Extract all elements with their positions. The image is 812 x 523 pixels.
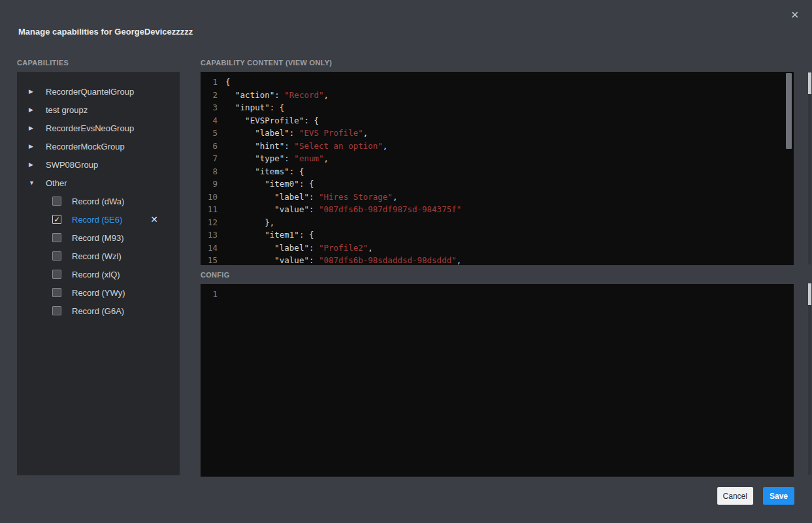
chevron-down-icon[interactable]: ▼	[29, 180, 46, 186]
code-line: 6 "hint": "Select an option",	[201, 140, 794, 153]
capability-tree: ▶RecorderQuantelGroup▶test groupz▶Record…	[17, 72, 180, 475]
right-scrollbar-config[interactable]	[808, 283, 811, 475]
dialog-footer: Cancel Save	[717, 487, 794, 505]
code-text: "EVSProfile": {	[218, 114, 319, 127]
code-line: 13 "item1": {	[201, 229, 794, 242]
tree-group-swp08group[interactable]: ▶SWP08Group	[17, 155, 180, 174]
code-lines: 1{2 "action": "Record",3 "input": {4 "EV…	[201, 72, 794, 265]
tree-group-label: RecorderEvsNeoGroup	[46, 123, 134, 133]
code-line: 1{	[201, 76, 794, 89]
capability-item-label: Record (5E6)	[72, 215, 122, 225]
tree-group-recorderquantelgroup[interactable]: ▶RecorderQuantelGroup	[17, 82, 180, 101]
code-line: 1	[201, 288, 794, 301]
capability-item-record-dwa[interactable]: Record (dWa)	[17, 192, 180, 210]
capability-item-record-m93[interactable]: Record (M93)	[17, 229, 180, 247]
code-text: "value": "087dfs6b-98sdaddsd-98dsddd",	[218, 254, 461, 265]
code-line: 5 "label": "EVS Profile",	[201, 127, 794, 140]
code-text: "label": "Profile2",	[218, 242, 373, 255]
tree-group-label: RecorderMockGroup	[46, 142, 125, 151]
code-text: "action": "Record",	[218, 89, 329, 102]
chevron-right-icon[interactable]: ▶	[29, 143, 46, 150]
code-line: 8 "items": {	[201, 165, 794, 178]
config-editor[interactable]: 1	[201, 284, 794, 477]
line-number: 2	[201, 89, 218, 102]
capability-item-record-xlq[interactable]: Record (xlQ)	[17, 265, 180, 283]
chevron-right-icon[interactable]: ▶	[29, 161, 46, 168]
code-text: "label": "Hires Storage",	[218, 191, 397, 204]
code-line: 3 "input": {	[201, 101, 794, 114]
line-number: 3	[201, 101, 218, 114]
capability-item-record-g6a[interactable]: Record (G6A)	[17, 302, 180, 320]
config-header: CONFIG	[201, 271, 794, 279]
scrollbar-thumb[interactable]	[808, 283, 811, 305]
capability-item-label: Record (M93)	[72, 233, 123, 243]
line-number: 7	[201, 152, 218, 165]
line-number: 14	[201, 242, 218, 255]
tree-group-recorderevsneogroup[interactable]: ▶RecorderEvsNeoGroup	[17, 119, 180, 137]
close-icon[interactable]: ✕	[790, 10, 799, 20]
capability-item-record-ywy[interactable]: Record (YWy)	[17, 283, 180, 302]
scrollbar-thumb[interactable]	[808, 72, 811, 94]
code-line: 10 "label": "Hires Storage",	[201, 191, 794, 204]
line-number: 11	[201, 203, 218, 216]
capability-item-record-5e6[interactable]: ✓Record (5E6)✕	[17, 210, 180, 229]
code-text: "label": "EVS Profile",	[218, 127, 368, 140]
capability-content-editor[interactable]: 1{2 "action": "Record",3 "input": {4 "EV…	[201, 72, 794, 265]
capability-item-label: Record (dWa)	[72, 197, 124, 206]
config-lines: 1	[201, 284, 794, 301]
code-line: 15 "value": "087dfs6b-98sdaddsd-98dsddd"…	[201, 254, 794, 265]
dialog-title: Manage capabilities for GeorgeDevicezzzz…	[18, 27, 193, 37]
capabilities-panel: CAPABILITIES ▶RecorderQuantelGroup▶test …	[17, 59, 180, 475]
line-number: 5	[201, 127, 218, 140]
checkbox-unchecked[interactable]	[52, 251, 61, 261]
chevron-right-icon[interactable]: ▶	[29, 88, 46, 95]
line-number: 12	[201, 216, 218, 229]
line-number: 15	[201, 254, 218, 265]
line-number: 9	[201, 178, 218, 191]
chevron-right-icon[interactable]: ▶	[29, 125, 46, 131]
code-text: "item1": {	[218, 229, 314, 242]
tree-group-other[interactable]: ▼Other	[17, 174, 180, 192]
line-number: 8	[201, 165, 218, 178]
line-number: 1	[201, 76, 218, 89]
remove-icon[interactable]: ✕	[150, 215, 158, 224]
code-text: "value": "087dfs6b-987df987sd-984375f"	[218, 203, 461, 216]
tree-group-test-groupz[interactable]: ▶test groupz	[17, 101, 180, 119]
line-number: 13	[201, 229, 218, 242]
code-line: 14 "label": "Profile2",	[201, 242, 794, 255]
tree-group-recordermockgroup[interactable]: ▶RecorderMockGroup	[17, 137, 180, 155]
code-text	[218, 288, 225, 301]
code-text: "items": {	[218, 165, 304, 178]
code-line: 4 "EVSProfile": {	[201, 114, 794, 127]
content-panel: CAPABILITY CONTENT (VIEW ONLY) 1{2 "acti…	[201, 59, 794, 477]
line-number: 6	[201, 140, 218, 153]
line-number: 4	[201, 114, 218, 127]
chevron-right-icon[interactable]: ▶	[29, 106, 46, 113]
checkbox-unchecked[interactable]	[52, 270, 61, 279]
tree-group-label: test groupz	[46, 105, 88, 115]
checkbox-checked[interactable]: ✓	[52, 215, 61, 224]
code-text: "type": "enum",	[218, 152, 329, 165]
checkbox-unchecked[interactable]	[52, 306, 61, 315]
right-scrollbar-capability[interactable]	[808, 72, 811, 264]
line-number: 1	[201, 288, 218, 301]
save-button[interactable]: Save	[763, 487, 794, 505]
checkbox-unchecked[interactable]	[52, 288, 61, 297]
code-text: },	[218, 216, 274, 229]
cancel-button[interactable]: Cancel	[717, 487, 753, 505]
tree-group-label: Other	[46, 178, 67, 188]
tree-group-label: SWP08Group	[46, 160, 98, 170]
code-text: "item0": {	[218, 178, 314, 191]
editor-scrollbar-thumb[interactable]	[786, 73, 792, 149]
code-line: 12 },	[201, 216, 794, 229]
code-text: {	[218, 76, 231, 89]
capabilities-header: CAPABILITIES	[17, 59, 180, 67]
checkbox-unchecked[interactable]	[52, 197, 61, 206]
capability-content-header: CAPABILITY CONTENT (VIEW ONLY)	[201, 59, 794, 67]
code-line: 7 "type": "enum",	[201, 152, 794, 165]
capability-item-label: Record (G6A)	[72, 306, 124, 316]
capability-item-record-wzl[interactable]: Record (Wzl)	[17, 247, 180, 265]
checkbox-unchecked[interactable]	[52, 233, 61, 242]
manage-capabilities-dialog: Manage capabilities for GeorgeDevicezzzz…	[0, 0, 812, 523]
capability-item-label: Record (YWy)	[72, 288, 125, 298]
